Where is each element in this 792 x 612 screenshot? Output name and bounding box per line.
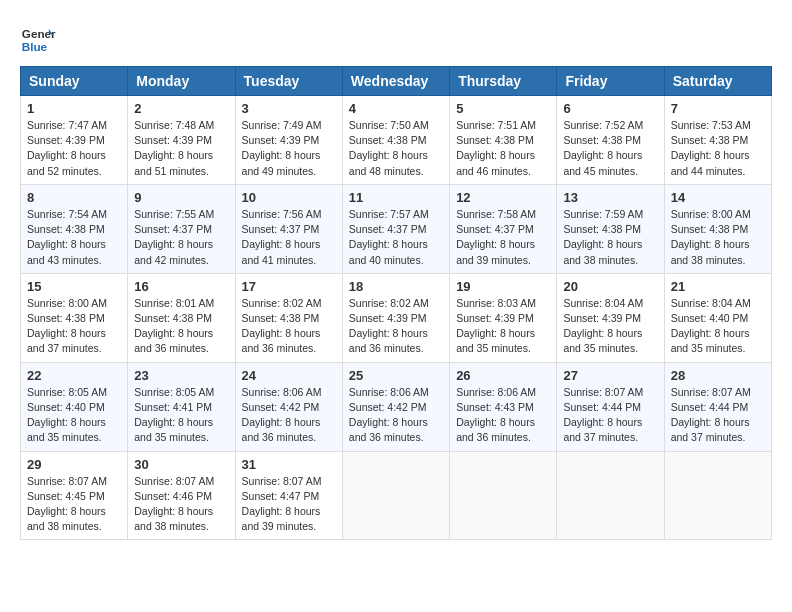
calendar-day-cell: 15 Sunrise: 8:00 AM Sunset: 4:38 PM Dayl… [21,273,128,362]
day-number: 11 [349,190,443,205]
calendar-day-cell: 27 Sunrise: 8:07 AM Sunset: 4:44 PM Dayl… [557,362,664,451]
calendar-day-cell: 9 Sunrise: 7:55 AM Sunset: 4:37 PM Dayli… [128,184,235,273]
calendar-day-cell: 10 Sunrise: 7:56 AM Sunset: 4:37 PM Dayl… [235,184,342,273]
day-info: Sunrise: 8:00 AM Sunset: 4:38 PM Dayligh… [27,296,121,357]
weekday-header: Tuesday [235,67,342,96]
calendar-day-cell: 11 Sunrise: 7:57 AM Sunset: 4:37 PM Dayl… [342,184,449,273]
weekday-header: Saturday [664,67,771,96]
calendar-day-cell: 12 Sunrise: 7:58 AM Sunset: 4:37 PM Dayl… [450,184,557,273]
day-number: 5 [456,101,550,116]
day-number: 9 [134,190,228,205]
calendar-day-cell: 23 Sunrise: 8:05 AM Sunset: 4:41 PM Dayl… [128,362,235,451]
calendar-day-cell: 17 Sunrise: 8:02 AM Sunset: 4:38 PM Dayl… [235,273,342,362]
calendar-day-cell: 6 Sunrise: 7:52 AM Sunset: 4:38 PM Dayli… [557,96,664,185]
logo: General Blue [20,20,56,56]
calendar-day-cell: 30 Sunrise: 8:07 AM Sunset: 4:46 PM Dayl… [128,451,235,540]
calendar-week-row: 22 Sunrise: 8:05 AM Sunset: 4:40 PM Dayl… [21,362,772,451]
day-number: 8 [27,190,121,205]
day-number: 20 [563,279,657,294]
day-info: Sunrise: 7:48 AM Sunset: 4:39 PM Dayligh… [134,118,228,179]
day-info: Sunrise: 7:56 AM Sunset: 4:37 PM Dayligh… [242,207,336,268]
day-number: 23 [134,368,228,383]
day-info: Sunrise: 8:04 AM Sunset: 4:39 PM Dayligh… [563,296,657,357]
day-number: 16 [134,279,228,294]
calendar-week-row: 8 Sunrise: 7:54 AM Sunset: 4:38 PM Dayli… [21,184,772,273]
calendar-day-cell: 14 Sunrise: 8:00 AM Sunset: 4:38 PM Dayl… [664,184,771,273]
day-number: 4 [349,101,443,116]
day-number: 26 [456,368,550,383]
day-number: 24 [242,368,336,383]
calendar-day-cell: 2 Sunrise: 7:48 AM Sunset: 4:39 PM Dayli… [128,96,235,185]
calendar-day-cell: 8 Sunrise: 7:54 AM Sunset: 4:38 PM Dayli… [21,184,128,273]
day-info: Sunrise: 8:06 AM Sunset: 4:43 PM Dayligh… [456,385,550,446]
calendar-day-cell [450,451,557,540]
day-info: Sunrise: 8:00 AM Sunset: 4:38 PM Dayligh… [671,207,765,268]
day-info: Sunrise: 7:50 AM Sunset: 4:38 PM Dayligh… [349,118,443,179]
calendar-header-row: SundayMondayTuesdayWednesdayThursdayFrid… [21,67,772,96]
day-info: Sunrise: 8:07 AM Sunset: 4:47 PM Dayligh… [242,474,336,535]
day-info: Sunrise: 7:54 AM Sunset: 4:38 PM Dayligh… [27,207,121,268]
day-info: Sunrise: 7:55 AM Sunset: 4:37 PM Dayligh… [134,207,228,268]
day-info: Sunrise: 7:53 AM Sunset: 4:38 PM Dayligh… [671,118,765,179]
calendar-table: SundayMondayTuesdayWednesdayThursdayFrid… [20,66,772,540]
day-number: 29 [27,457,121,472]
calendar-day-cell: 18 Sunrise: 8:02 AM Sunset: 4:39 PM Dayl… [342,273,449,362]
weekday-header: Friday [557,67,664,96]
day-info: Sunrise: 8:04 AM Sunset: 4:40 PM Dayligh… [671,296,765,357]
weekday-header: Wednesday [342,67,449,96]
logo-icon: General Blue [20,20,56,56]
calendar-day-cell: 7 Sunrise: 7:53 AM Sunset: 4:38 PM Dayli… [664,96,771,185]
day-info: Sunrise: 8:07 AM Sunset: 4:44 PM Dayligh… [671,385,765,446]
calendar-day-cell [557,451,664,540]
day-number: 12 [456,190,550,205]
calendar-day-cell: 22 Sunrise: 8:05 AM Sunset: 4:40 PM Dayl… [21,362,128,451]
day-info: Sunrise: 7:52 AM Sunset: 4:38 PM Dayligh… [563,118,657,179]
day-info: Sunrise: 7:47 AM Sunset: 4:39 PM Dayligh… [27,118,121,179]
day-number: 31 [242,457,336,472]
day-info: Sunrise: 7:59 AM Sunset: 4:38 PM Dayligh… [563,207,657,268]
calendar-day-cell [664,451,771,540]
calendar-day-cell [342,451,449,540]
day-info: Sunrise: 7:49 AM Sunset: 4:39 PM Dayligh… [242,118,336,179]
weekday-header: Sunday [21,67,128,96]
day-info: Sunrise: 8:05 AM Sunset: 4:40 PM Dayligh… [27,385,121,446]
day-number: 10 [242,190,336,205]
calendar-day-cell: 1 Sunrise: 7:47 AM Sunset: 4:39 PM Dayli… [21,96,128,185]
calendar-day-cell: 13 Sunrise: 7:59 AM Sunset: 4:38 PM Dayl… [557,184,664,273]
day-info: Sunrise: 8:06 AM Sunset: 4:42 PM Dayligh… [349,385,443,446]
calendar-day-cell: 20 Sunrise: 8:04 AM Sunset: 4:39 PM Dayl… [557,273,664,362]
calendar-day-cell: 5 Sunrise: 7:51 AM Sunset: 4:38 PM Dayli… [450,96,557,185]
day-number: 2 [134,101,228,116]
day-number: 18 [349,279,443,294]
calendar-day-cell: 25 Sunrise: 8:06 AM Sunset: 4:42 PM Dayl… [342,362,449,451]
calendar-day-cell: 3 Sunrise: 7:49 AM Sunset: 4:39 PM Dayli… [235,96,342,185]
day-number: 21 [671,279,765,294]
day-number: 17 [242,279,336,294]
calendar-week-row: 29 Sunrise: 8:07 AM Sunset: 4:45 PM Dayl… [21,451,772,540]
day-number: 1 [27,101,121,116]
day-number: 19 [456,279,550,294]
day-info: Sunrise: 7:58 AM Sunset: 4:37 PM Dayligh… [456,207,550,268]
day-info: Sunrise: 8:07 AM Sunset: 4:45 PM Dayligh… [27,474,121,535]
day-number: 15 [27,279,121,294]
day-info: Sunrise: 8:02 AM Sunset: 4:39 PM Dayligh… [349,296,443,357]
day-info: Sunrise: 8:01 AM Sunset: 4:38 PM Dayligh… [134,296,228,357]
calendar-week-row: 1 Sunrise: 7:47 AM Sunset: 4:39 PM Dayli… [21,96,772,185]
calendar-day-cell: 16 Sunrise: 8:01 AM Sunset: 4:38 PM Dayl… [128,273,235,362]
weekday-header: Monday [128,67,235,96]
day-number: 7 [671,101,765,116]
day-number: 6 [563,101,657,116]
calendar-day-cell: 28 Sunrise: 8:07 AM Sunset: 4:44 PM Dayl… [664,362,771,451]
day-info: Sunrise: 8:07 AM Sunset: 4:44 PM Dayligh… [563,385,657,446]
calendar-day-cell: 4 Sunrise: 7:50 AM Sunset: 4:38 PM Dayli… [342,96,449,185]
day-info: Sunrise: 8:03 AM Sunset: 4:39 PM Dayligh… [456,296,550,357]
calendar-body: 1 Sunrise: 7:47 AM Sunset: 4:39 PM Dayli… [21,96,772,540]
calendar-day-cell: 26 Sunrise: 8:06 AM Sunset: 4:43 PM Dayl… [450,362,557,451]
weekday-header: Thursday [450,67,557,96]
calendar-day-cell: 29 Sunrise: 8:07 AM Sunset: 4:45 PM Dayl… [21,451,128,540]
day-info: Sunrise: 8:02 AM Sunset: 4:38 PM Dayligh… [242,296,336,357]
day-number: 27 [563,368,657,383]
day-info: Sunrise: 8:06 AM Sunset: 4:42 PM Dayligh… [242,385,336,446]
calendar-day-cell: 24 Sunrise: 8:06 AM Sunset: 4:42 PM Dayl… [235,362,342,451]
day-number: 22 [27,368,121,383]
